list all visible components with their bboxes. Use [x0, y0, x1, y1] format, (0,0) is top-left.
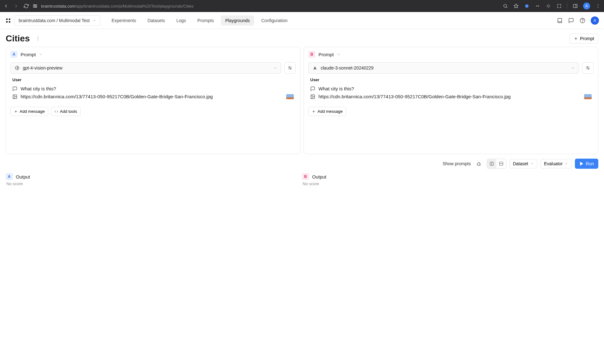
- add-prompt-button[interactable]: Prompt: [570, 33, 598, 44]
- user-label: User: [12, 77, 296, 82]
- model-select-b[interactable]: claude-3-sonnet-20240229: [308, 62, 579, 74]
- grid-view-button[interactable]: [487, 159, 496, 168]
- svg-point-27: [289, 67, 290, 68]
- image-thumbnail[interactable]: [286, 94, 294, 99]
- svg-point-20: [582, 21, 583, 22]
- forward-button[interactable]: [13, 3, 19, 9]
- model-name: gpt-4-vision-preview: [23, 65, 270, 70]
- title-row: Cities Prompt: [0, 29, 604, 47]
- no-score-text: No score: [302, 181, 598, 186]
- reload-button[interactable]: [23, 3, 29, 9]
- model-settings-button[interactable]: [582, 62, 594, 74]
- chevron-down-icon: [92, 19, 96, 22]
- extension-icon-3[interactable]: [545, 3, 551, 9]
- dataset-dropdown[interactable]: Dataset: [509, 159, 537, 168]
- site-settings-icon[interactable]: [32, 3, 38, 9]
- extensions-puzzle-icon[interactable]: [556, 3, 562, 9]
- svg-point-17: [6, 21, 8, 22]
- breadcrumb[interactable]: braintrustdata.com / Multimodal Test: [15, 15, 100, 26]
- svg-point-33: [587, 67, 588, 68]
- plus-icon: [574, 36, 578, 41]
- svg-point-36: [312, 95, 312, 96]
- extension-icon-1[interactable]: [524, 3, 530, 9]
- chat-icon: [310, 86, 315, 91]
- zoom-icon[interactable]: [502, 3, 508, 9]
- model-name: claude-3-sonnet-20240229: [321, 65, 568, 70]
- add-message-label: Add message: [20, 109, 45, 114]
- url-bar[interactable]: braintrustdata.com/app/braintrustdata.co…: [32, 3, 499, 9]
- chevron-down-icon[interactable]: [337, 52, 341, 56]
- svg-rect-10: [573, 4, 577, 8]
- menu-dots-icon[interactable]: [595, 3, 601, 9]
- message-text-line[interactable]: What city is this?: [308, 85, 594, 93]
- chat-icon: [12, 86, 17, 91]
- add-tools-button[interactable]: Add tools: [51, 107, 81, 116]
- play-icon: [579, 161, 584, 166]
- output-title: Output: [312, 174, 326, 179]
- panel-badge-b: B: [308, 51, 315, 58]
- clear-button[interactable]: [474, 159, 484, 168]
- add-message-button[interactable]: Add message: [10, 107, 48, 116]
- run-label: Run: [586, 161, 594, 166]
- add-prompt-label: Prompt: [580, 36, 594, 41]
- panel-title: Prompt: [21, 52, 36, 57]
- bookmark-icon[interactable]: [513, 3, 519, 9]
- app-header: braintrustdata.com / Multimodal Test Exp…: [0, 12, 604, 29]
- chevron-down-icon: [273, 66, 277, 70]
- tab-prompts[interactable]: Prompts: [193, 15, 218, 26]
- split-view-button[interactable]: [496, 159, 506, 168]
- svg-point-3: [35, 7, 36, 7]
- message-text: What city is this?: [318, 86, 354, 91]
- svg-point-34: [588, 68, 589, 69]
- svg-point-23: [38, 40, 38, 40]
- message-image-line[interactable]: https://cdn.britannica.com/13/77413-050-…: [10, 93, 296, 100]
- add-tools-label: Add tools: [60, 109, 77, 114]
- chat-icon[interactable]: [568, 17, 574, 24]
- model-select-a[interactable]: gpt-4-vision-preview: [10, 62, 281, 74]
- svg-marker-41: [580, 162, 583, 166]
- tab-logs[interactable]: Logs: [172, 15, 190, 26]
- add-message-button[interactable]: Add message: [308, 107, 346, 116]
- side-panel-icon[interactable]: [572, 3, 578, 9]
- view-toggle: [487, 159, 506, 169]
- output-col-a: A Output No score: [6, 173, 302, 186]
- user-label: User: [310, 77, 594, 82]
- chevron-down-icon[interactable]: [39, 52, 43, 56]
- panel-title: Prompt: [318, 52, 334, 57]
- svg-point-6: [525, 4, 529, 8]
- svg-point-7: [536, 5, 537, 7]
- page-title: Cities: [6, 33, 30, 44]
- docs-icon[interactable]: [557, 17, 563, 24]
- prompt-panel-b: B Prompt claude-3-sonnet-20240229 User W…: [304, 47, 598, 154]
- output-badge-b: B: [302, 173, 309, 180]
- help-icon[interactable]: [579, 17, 586, 24]
- back-button[interactable]: [3, 3, 9, 9]
- message-image-line[interactable]: https://cdn.britannica.com/13/77413-050-…: [308, 93, 594, 100]
- message-text-line[interactable]: What city is this?: [10, 85, 296, 93]
- tab-experiments[interactable]: Experiments: [107, 15, 141, 26]
- evaluator-dropdown[interactable]: Evaluator: [540, 159, 572, 168]
- svg-point-4: [504, 4, 507, 7]
- profile-avatar[interactable]: A: [583, 3, 590, 9]
- run-button[interactable]: Run: [575, 159, 598, 169]
- no-score-text: No score: [6, 181, 302, 186]
- url-path: /app/braintrustdata.com/p/Multimodal%20T…: [75, 4, 194, 9]
- tab-playgrounds[interactable]: Playgrounds: [221, 15, 254, 26]
- tab-configuration[interactable]: Configuration: [257, 15, 292, 26]
- openai-icon: [15, 65, 20, 70]
- browser-chrome: braintrustdata.com/app/braintrustdata.co…: [0, 0, 604, 12]
- image-thumbnail[interactable]: [584, 94, 592, 99]
- image-url: https://cdn.britannica.com/13/77413-050-…: [318, 94, 511, 99]
- chevron-down-icon: [564, 162, 568, 166]
- svg-rect-0: [34, 5, 37, 5]
- add-message-label: Add message: [317, 109, 343, 114]
- user-avatar[interactable]: A: [591, 16, 599, 25]
- page-menu-button[interactable]: [35, 35, 41, 42]
- svg-point-12: [598, 4, 598, 5]
- show-prompts-link[interactable]: Show prompts: [442, 161, 471, 166]
- app-logo[interactable]: [5, 17, 11, 24]
- model-settings-button[interactable]: [284, 62, 296, 74]
- svg-point-13: [598, 6, 598, 6]
- tab-datasets[interactable]: Datasets: [143, 15, 169, 26]
- extension-icon-2[interactable]: [535, 3, 540, 9]
